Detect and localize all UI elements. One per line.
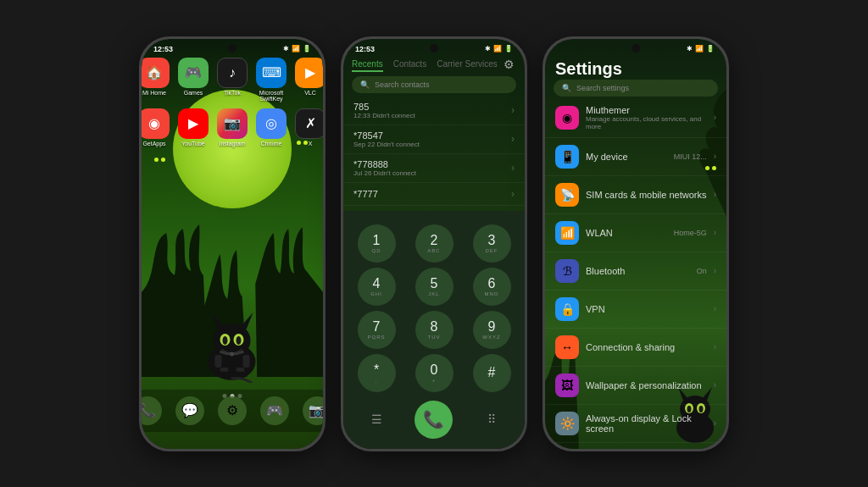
app-youtube[interactable]: ▶ YouTube	[178, 108, 209, 147]
settings-item-vpn[interactable]: 🔒 VPN ›	[545, 291, 726, 329]
battery-icon-3: 🔋	[706, 45, 715, 53]
app-mihome[interactable]: 🏠 Mi Home	[142, 58, 170, 102]
miuthemer-name: Miuthemer	[586, 105, 707, 115]
connection-arrow: ›	[714, 342, 716, 351]
call-button[interactable]: 📞	[415, 401, 453, 439]
vlc-label: VLC	[304, 90, 316, 96]
instagram-label: Instagram	[219, 141, 245, 147]
keypad-button[interactable]: ⠿	[476, 405, 506, 434]
call-item-1[interactable]: 785 12:33 Didn't connect ›	[343, 97, 525, 125]
battery-icon-2: 🔋	[504, 45, 513, 53]
mydevice-name: My device	[586, 152, 667, 162]
swiftkey-icon: ⌨	[256, 58, 287, 88]
svg-point-12	[230, 351, 234, 356]
x-label: X	[309, 141, 313, 147]
app-chrome[interactable]: ◎ Chrome	[256, 108, 287, 147]
wlan-name: WLAN	[586, 228, 667, 238]
vpn-name: VPN	[586, 304, 707, 314]
chrome-label: Chrome	[261, 141, 282, 147]
dial-3[interactable]: 3DEF	[473, 224, 511, 263]
tab-recents[interactable]: Recents	[352, 59, 383, 72]
dial-1[interactable]: 1QD	[358, 224, 396, 263]
bt-icon-2: ✱	[485, 45, 491, 53]
contacts-search[interactable]: 🔍 Search contacts	[352, 76, 516, 93]
dial-8[interactable]: 8TUV	[415, 311, 453, 349]
dial-0[interactable]: 0+	[415, 354, 453, 392]
dial-4[interactable]: 4GHI	[358, 268, 396, 306]
call-item-3[interactable]: *778888 Jul 26 Didn't connect ›	[343, 154, 525, 183]
bluetooth-icon-settings: ℬ	[555, 259, 579, 283]
dock-phone[interactable]: 📞	[142, 396, 162, 425]
getapps-icon: ◉	[142, 108, 170, 139]
settings-item-bluetooth[interactable]: ℬ Bluetooth On ›	[545, 252, 726, 291]
app-games[interactable]: 🎮 Games	[178, 58, 209, 102]
status-bar-2: 12:53 ✱ 📶 🔋	[343, 39, 525, 56]
sim-icon: 📡	[555, 183, 579, 207]
svg-point-6	[223, 336, 228, 345]
time-2: 12:53	[355, 45, 375, 53]
settings-item-mydevice[interactable]: 📱 My device MIUI 12... ›	[545, 138, 726, 176]
mydevice-text: My device	[586, 152, 667, 162]
call-item-4[interactable]: *7777 ›	[343, 183, 525, 206]
vpn-text: VPN	[586, 304, 707, 314]
settings-item-sim[interactable]: 📡 SIM cards & mobile networks ›	[545, 176, 726, 214]
signal-icon-2: 📶	[493, 45, 502, 53]
call-number-3: *778888	[353, 159, 416, 169]
dial-star[interactable]: *,	[358, 354, 396, 392]
dock-messages[interactable]: 💬	[175, 396, 204, 425]
app-instagram[interactable]: 📷 Instagram	[217, 108, 248, 147]
dock-games[interactable]: 🎮	[260, 396, 289, 425]
search-icon-2: 🔍	[360, 80, 370, 89]
dial-2[interactable]: 2ABC	[415, 224, 453, 263]
dock-settings[interactable]: ⚙	[218, 396, 247, 425]
app-swiftkey[interactable]: ⌨ Microsoft SwiftKey	[256, 58, 287, 102]
app-vlc[interactable]: ▶ VLC	[295, 58, 323, 102]
settings-item-wlan[interactable]: 📶 WLAN Home-5G ›	[545, 214, 726, 252]
getapps-label: GetApps	[142, 141, 165, 147]
settings-search[interactable]: 🔍 Search settings	[554, 80, 718, 97]
app-grid-1: 🏠 Mi Home 🎮 Games ♪ TikTok ⌨ Microsoft S…	[142, 58, 323, 153]
settings-gear-icon[interactable]: ⚙	[504, 58, 515, 71]
call-number-1: 785	[353, 102, 415, 112]
settings-title: Settings	[545, 54, 726, 82]
app-row-1: 🏠 Mi Home 🎮 Games ♪ TikTok ⌨ Microsoft S…	[148, 58, 316, 102]
dial-5[interactable]: 5JKL	[415, 268, 453, 306]
call-item-2[interactable]: *78547 Sep 22 Didn't connect ›	[343, 125, 525, 154]
call-detail-1: 12:33 Didn't connect	[353, 112, 415, 119]
phone-1-homescreen: 12:53 ✱ 📶 🔋 🏠 Mi Home 🎮 Games	[139, 36, 326, 451]
games-label: Games	[184, 90, 203, 96]
bt-icon-3: ✱	[687, 45, 693, 53]
dial-9[interactable]: 9WXYZ	[473, 311, 511, 349]
settings-item-aod[interactable]: 🔆 Always-on display & Lock screen ›	[545, 405, 726, 443]
status-icons-3: ✱ 📶 🔋	[687, 45, 715, 53]
connection-icon: ↔	[555, 335, 579, 359]
dial-hash[interactable]: #	[473, 354, 511, 392]
status-icons-1: ✱ 📶 🔋	[283, 45, 311, 53]
settings-item-miuthemer[interactable]: ◉ Miuthemer Manage accounts, cloud servi…	[545, 98, 726, 138]
settings-item-wallpaper[interactable]: 🖼 Wallpaper & personalization ›	[545, 367, 726, 405]
app-row-2: ◉ GetApps ▶ YouTube 📷 Instagram ◎ Chrome	[148, 108, 316, 147]
tab-contacts[interactable]: Contacts	[393, 59, 426, 72]
call-arrow-2: ›	[511, 133, 515, 145]
dialpad: 1QD 2ABC 3DEF 4GHI 5JKL 6MNO 7PQRS 8TUV …	[343, 211, 525, 449]
aod-name: Always-on display & Lock screen	[586, 413, 707, 434]
settings-item-connection[interactable]: ↔ Connection & sharing ›	[545, 329, 726, 367]
dock-camera[interactable]: 📷	[303, 396, 323, 425]
mydevice-icon: 📱	[555, 145, 579, 169]
vpn-icon: 🔒	[555, 297, 579, 321]
aod-text: Always-on display & Lock screen	[586, 413, 707, 434]
dial-actions: ☰ 📞 ⠿	[350, 397, 518, 442]
dial-6[interactable]: 6MNO	[473, 268, 511, 306]
vpn-arrow: ›	[714, 304, 716, 313]
miuthemer-icon: ◉	[555, 106, 579, 130]
call-detail-2: Sep 22 Didn't connect	[353, 141, 420, 148]
dial-7[interactable]: 7PQRS	[358, 311, 396, 349]
app-getapps[interactable]: ◉ GetApps	[142, 108, 170, 147]
sim-name: SIM cards & mobile networks	[586, 190, 707, 200]
app-tiktok[interactable]: ♪ TikTok	[217, 58, 248, 102]
app-x[interactable]: ✗ X	[295, 108, 323, 147]
tab-carrier[interactable]: Carrier Services	[437, 59, 498, 72]
voicemail-button[interactable]: ☰	[362, 405, 392, 434]
mydevice-value: MIUI 12...	[674, 152, 707, 161]
call-arrow-3: ›	[511, 162, 515, 174]
